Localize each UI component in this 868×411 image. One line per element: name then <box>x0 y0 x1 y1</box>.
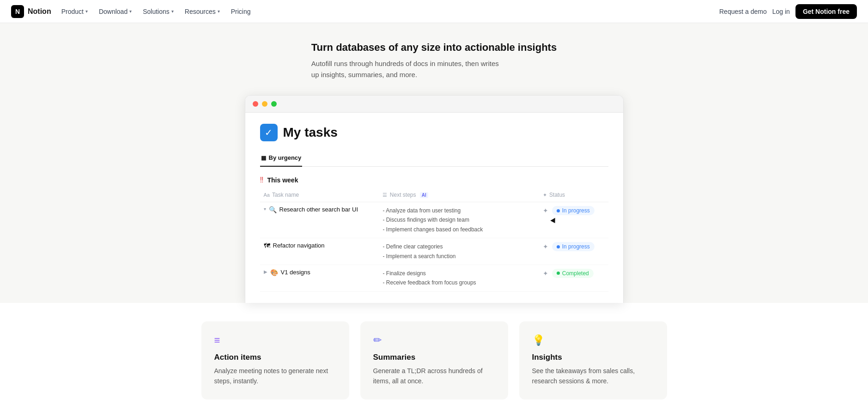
nav-item-resources[interactable]: Resources ▾ <box>180 5 225 18</box>
demo-content: ✓ My tasks ▦ By urgency ‼️ This week <box>245 113 623 303</box>
task-name-cell-1: ▾ 🔍 Research other search bar UI <box>260 202 379 238</box>
nav-item-download[interactable]: Download ▾ <box>94 5 136 18</box>
summaries-icon: ✏ <box>373 334 495 346</box>
task-emoji: 🗺 <box>264 242 270 249</box>
col-next-steps: ☰ Next steps AI <box>379 190 539 202</box>
chevron-down-icon: ▾ <box>85 9 88 14</box>
login-link[interactable]: Log in <box>772 8 790 15</box>
nav-item-product[interactable]: Product ▾ <box>57 5 92 18</box>
table-row: ▶ 🎨 V1 designs - Finalize designs - Rece… <box>260 265 608 291</box>
page-title: My tasks <box>283 125 338 140</box>
tab-by-urgency[interactable]: ▦ By urgency <box>260 151 303 167</box>
nav-right: Request a demo Log in Get Notion free <box>719 4 857 19</box>
status-dot <box>557 245 560 248</box>
task-name-cell-3: ▶ 🎨 V1 designs <box>260 265 379 291</box>
urgency-icon: ‼️ <box>260 176 264 184</box>
col-status: ✦ Status <box>539 190 608 202</box>
next-steps-cell-1: - Analyze data from user testing - Discu… <box>379 202 539 238</box>
ai-loader-icon: ✦ <box>543 270 548 277</box>
next-steps-content-3: - Finalize designs - Receive feedback fr… <box>382 269 535 288</box>
nav-logo[interactable]: N Notion <box>11 5 51 18</box>
main-content: Turn databases of any size into actionab… <box>0 0 868 411</box>
col-task-name: Aa Task name <box>260 190 379 202</box>
ai-loader-icon: ✦ <box>543 207 548 214</box>
table-row: ▾ 🔍 Research other search bar UI - Analy… <box>260 202 608 238</box>
expand-arrow-icon[interactable]: ▶ <box>264 269 267 274</box>
feature-card-insights: 💡 Insights See the takeaways from sales … <box>519 321 667 399</box>
demo-window: ✓ My tasks ▦ By urgency ‼️ This week <box>245 95 624 303</box>
task-emoji: 🎨 <box>270 269 278 276</box>
hero-section: Turn databases of any size into actionab… <box>0 23 868 303</box>
status-dot <box>557 209 560 212</box>
section-header: ‼️ This week <box>260 176 608 184</box>
feature-cards-section: ≡ Action items Analyze meeting notes to … <box>0 303 868 411</box>
next-steps-content-1: - Analyze data from user testing - Discu… <box>382 206 535 234</box>
status-cell-1: ✦ In progress <box>539 202 608 238</box>
feature-card-summaries: ✏ Summaries Generate a TL;DR across hund… <box>360 321 508 399</box>
insights-icon: 💡 <box>532 334 654 346</box>
status-dot <box>557 272 560 275</box>
chevron-down-icon: ▾ <box>218 9 220 14</box>
task-emoji: 🔍 <box>269 206 277 213</box>
next-steps-content-2: - Define clear categories - Implement a … <box>382 242 535 261</box>
nav-item-pricing[interactable]: Pricing <box>226 5 255 18</box>
notion-logo-icon: N <box>11 5 24 18</box>
feature-card-action-items: ≡ Action items Analyze meeting notes to … <box>201 321 349 399</box>
card-title-action-items: Action items <box>214 353 336 362</box>
request-demo-link[interactable]: Request a demo <box>719 8 767 15</box>
task-table: Aa Task name ☰ Next steps AI ✦ Status <box>260 190 608 292</box>
chevron-down-icon: ▾ <box>129 9 132 14</box>
hero-text-block: Turn databases of any size into actionab… <box>293 42 575 95</box>
status-cell-3: ✦ Completed <box>539 265 608 291</box>
card-desc-action-items: Analyze meeting notes to generate next s… <box>214 366 336 387</box>
hero-description: Autofill runs through hundreds of docs i… <box>311 58 505 80</box>
nav-item-solutions[interactable]: Solutions ▾ <box>138 5 178 18</box>
nav-left: N Notion Product ▾ Download ▾ Solutions … <box>11 5 255 18</box>
section-title: This week <box>267 176 298 184</box>
status-badge-inprogress: In progress <box>552 206 595 215</box>
status-badge-inprogress: In progress <box>552 242 595 251</box>
get-notion-free-button[interactable]: Get Notion free <box>795 4 857 19</box>
card-desc-summaries: Generate a TL;DR across hundreds of item… <box>373 366 495 387</box>
window-close-button[interactable] <box>253 101 258 107</box>
next-steps-cell-3: - Finalize designs - Receive feedback fr… <box>379 265 539 291</box>
expand-arrow-icon[interactable]: ▾ <box>264 206 266 212</box>
navbar: N Notion Product ▾ Download ▾ Solutions … <box>0 0 868 23</box>
cursor-pointer <box>550 218 557 225</box>
window-maximize-button[interactable] <box>271 101 277 107</box>
table-row: 🗺 Refactor navigation - Define clear cat… <box>260 238 608 265</box>
table-body: ▾ 🔍 Research other search bar UI - Analy… <box>260 202 608 292</box>
window-toolbar <box>245 96 623 113</box>
page-icon: ✓ <box>260 124 278 141</box>
status-badge-completed: Completed <box>552 269 594 278</box>
card-title-insights: Insights <box>532 353 654 362</box>
window-minimize-button[interactable] <box>262 101 267 107</box>
table-header-row: Aa Task name ☰ Next steps AI ✦ Status <box>260 190 608 202</box>
nav-logo-text: Notion <box>28 7 51 16</box>
status-cell-2: ✦ In progress <box>539 238 608 265</box>
table-icon: ▦ <box>261 155 266 161</box>
next-steps-cell-2: - Define clear categories - Implement a … <box>379 238 539 265</box>
action-items-icon: ≡ <box>214 334 336 346</box>
ai-badge: AI <box>420 192 428 198</box>
task-name-cell-2: 🗺 Refactor navigation <box>260 238 379 265</box>
ai-loader-icon: ✦ <box>543 243 548 250</box>
page-header: ✓ My tasks <box>260 124 608 141</box>
chevron-down-icon: ▾ <box>171 9 174 14</box>
hero-title: Turn databases of any size into actionab… <box>311 42 557 54</box>
table-header: Aa Task name ☰ Next steps AI ✦ Status <box>260 190 608 202</box>
card-desc-insights: See the takeaways from sales calls, rese… <box>532 366 654 387</box>
card-title-summaries: Summaries <box>373 353 495 362</box>
tabs: ▦ By urgency <box>260 151 608 167</box>
